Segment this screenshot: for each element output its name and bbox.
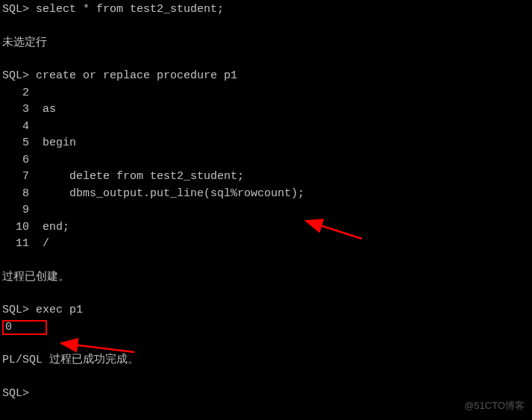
code-line: 8 dbms_output.put_line(sql%rowcount); [2, 186, 532, 203]
sql-prompt: SQL> [2, 3, 29, 16]
code-text: as [43, 103, 56, 116]
line-number: 11 [2, 236, 29, 253]
code-text: begin [43, 137, 76, 149]
blank-line [2, 369, 532, 386]
blank-line [2, 286, 532, 302]
sql-command: create or replace procedure p1 [36, 69, 237, 82]
sql-prompt: SQL> [2, 387, 29, 400]
terminal-output: SQL> select * from test2_student; 未选定行 S… [2, 1, 532, 402]
message-line: 未选定行 [2, 35, 532, 52]
blank-line [2, 19, 532, 35]
line-number: 6 [2, 152, 29, 169]
blank-line [2, 336, 532, 352]
code-line: 9 [2, 202, 532, 219]
blank-line [2, 51, 532, 68]
highlighted-output: 0 [2, 320, 47, 335]
message-line: 过程已创建。 [2, 269, 532, 286]
sql-line: SQL> exec p1 [2, 302, 532, 319]
watermark-text: @51CTO博客 [464, 398, 525, 413]
blank-line [2, 253, 532, 269]
line-number: 9 [2, 202, 29, 219]
code-line: 10 end; [2, 219, 532, 236]
code-text: end; [43, 221, 69, 233]
sql-line: SQL> create or replace procedure p1 [2, 68, 532, 85]
code-line: 2 [2, 85, 532, 102]
sql-prompt: SQL> [2, 69, 29, 82]
line-number: 10 [2, 219, 29, 236]
code-line: 5 begin [2, 135, 532, 152]
sql-command: exec p1 [36, 304, 83, 316]
code-line: 7 delete from test2_student; [2, 169, 532, 186]
line-number: 4 [2, 119, 29, 136]
line-number: 3 [2, 101, 29, 119]
line-number: 7 [2, 169, 29, 186]
code-text: dbms_output.put_line(sql%rowcount); [43, 187, 304, 200]
sql-command: select * from test2_student; [36, 3, 224, 16]
code-line: 6 [2, 152, 532, 169]
line-number: 8 [2, 186, 29, 203]
sql-line: SQL> select * from test2_student; [2, 1, 532, 19]
output-line: 0 [2, 319, 532, 336]
message-line: PL/SQL 过程已成功完成。 [2, 352, 532, 369]
code-text: / [43, 237, 49, 250]
line-number: 2 [2, 85, 29, 102]
code-line: 3 as [2, 101, 532, 119]
code-line: 4 [2, 119, 532, 136]
sql-prompt: SQL> [2, 304, 29, 316]
sql-line: SQL> [2, 386, 532, 403]
line-number: 5 [2, 135, 29, 152]
code-text: delete from test2_student; [43, 170, 244, 183]
code-line: 11 / [2, 236, 532, 253]
